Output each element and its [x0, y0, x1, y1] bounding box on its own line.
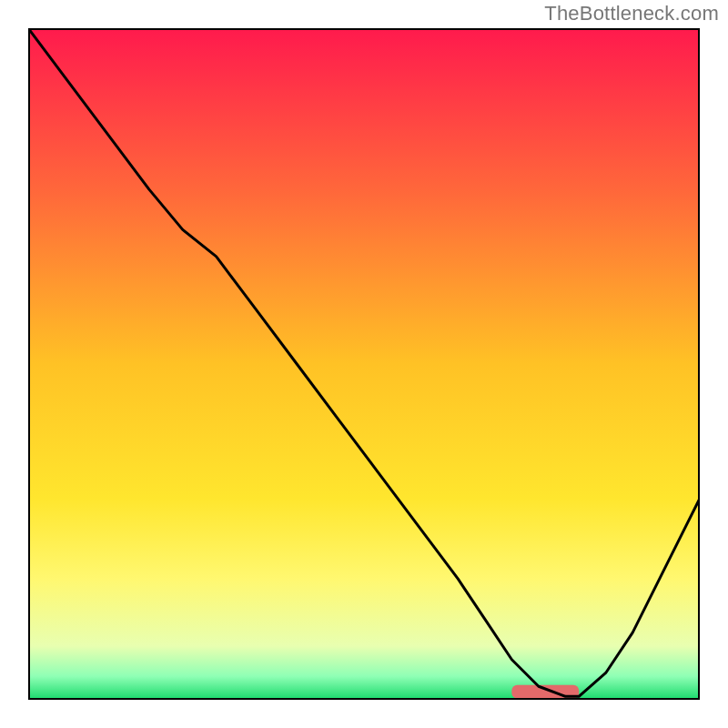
plot-area: [28, 28, 700, 700]
attribution-label: TheBottleneck.com: [544, 2, 719, 25]
gradient-background: [28, 28, 700, 700]
plot-svg: [28, 28, 700, 700]
bottleneck-figure: TheBottleneck.com: [0, 0, 728, 728]
